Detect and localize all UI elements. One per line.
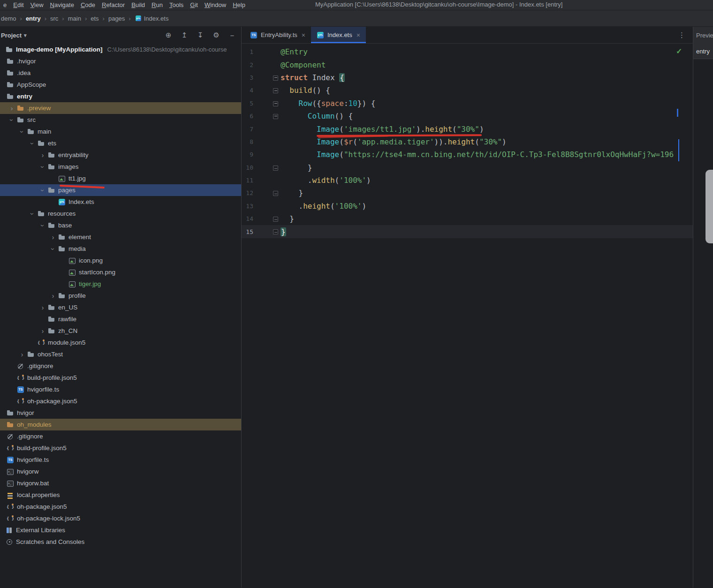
chevron-open-icon[interactable]: › (29, 209, 36, 219)
tree-item-local-properties[interactable]: local.properties (0, 489, 241, 501)
code-line-11[interactable]: 11 .width('100%') (242, 174, 693, 187)
tree-item-media[interactable]: ›media (0, 243, 241, 255)
menu-navigate[interactable]: Navigate (47, 1, 77, 8)
fold-marker-icon[interactable] (273, 110, 279, 122)
tree-item-image-demo-myapplication[interactable]: Image-demo [MyApplication]C:\Users\86138… (0, 44, 241, 55)
code-line-4[interactable]: 4 build() { (242, 84, 693, 97)
menu-view[interactable]: View (27, 1, 47, 8)
code-line-5[interactable]: 5 Row({space:10}) { (242, 97, 693, 110)
tree-item-build-profile-json5[interactable]: build-profile.json5 (0, 372, 241, 384)
tree-item-zh-cn[interactable]: ›zh_CN (0, 325, 241, 337)
line-number[interactable]: 5 (242, 100, 253, 107)
fold-marker-icon[interactable] (273, 71, 279, 84)
menu-git[interactable]: Git (187, 1, 201, 8)
tree-item-icon-png[interactable]: icon.png (0, 255, 241, 266)
line-number[interactable]: 3 (242, 74, 253, 81)
tree-item-preview[interactable]: ›.preview (0, 102, 241, 114)
tree-item-appscope[interactable]: AppScope (0, 79, 241, 90)
tree-item-oh-package-lock-json5[interactable]: oh-package-lock.json5 (0, 513, 241, 524)
menu-edit[interactable]: Edit (10, 1, 27, 8)
code-line-2[interactable]: 2@Component (242, 58, 693, 71)
code-line-10[interactable]: 10 } (242, 161, 693, 174)
breadcrumb-src[interactable]: src (50, 15, 58, 22)
chevron-closed-icon[interactable]: › (48, 293, 58, 299)
tree-item-entryability[interactable]: ›entryability (0, 149, 241, 161)
code-line-3[interactable]: 3struct Index { (242, 71, 693, 84)
line-number[interactable]: 6 (242, 113, 253, 120)
line-number[interactable]: 8 (242, 138, 253, 145)
code-line-9[interactable]: 9 Image("https://tse4-mm.cn.bing.net/th/… (242, 148, 693, 161)
line-number[interactable]: 11 (242, 177, 253, 184)
chevron-closed-icon[interactable]: › (17, 351, 27, 358)
hide-panel-icon[interactable]: − (228, 31, 236, 39)
tree-item-base[interactable]: ›base (0, 219, 241, 231)
more-options-icon[interactable]: ⋮ (671, 31, 693, 39)
chevron-open-icon[interactable]: › (39, 220, 46, 231)
code-line-15[interactable]: 15} (242, 225, 693, 238)
line-number[interactable]: 1 (242, 48, 253, 55)
fold-marker-icon[interactable] (273, 225, 279, 238)
menu-tools[interactable]: Tools (166, 1, 187, 8)
tree-item-starticon-png[interactable]: startIcon.png (0, 266, 241, 278)
tree-item-rawfile[interactable]: rawfile (0, 313, 241, 325)
collapse-all-icon[interactable]: ↥ (180, 31, 189, 39)
locate-file-icon[interactable]: ⊕ (164, 31, 173, 39)
tree-item-src[interactable]: ›src (0, 114, 241, 126)
menu-run[interactable]: Run (148, 1, 166, 8)
fold-marker-icon[interactable] (273, 187, 279, 199)
tree-item-element[interactable]: ›element (0, 231, 241, 243)
chevron-closed-icon[interactable]: › (38, 304, 48, 311)
menu-code[interactable]: Code (77, 1, 99, 8)
fold-marker-icon[interactable] (273, 212, 279, 225)
tree-item-entry[interactable]: entry (0, 90, 241, 102)
tree-item-idea[interactable]: .idea (0, 67, 241, 79)
tree-item-resources[interactable]: ›resources (0, 208, 241, 219)
breadcrumb-demo[interactable]: demo (1, 15, 16, 22)
chevron-open-icon[interactable]: › (19, 127, 25, 137)
tree-item-hvigorw[interactable]: hvigorw (0, 466, 241, 477)
close-icon[interactable]: × (302, 31, 305, 39)
tree-item-oh-modules[interactable]: oh_modules (0, 419, 241, 430)
breadcrumb-entry[interactable]: entry (26, 15, 41, 22)
line-number[interactable]: 4 (242, 87, 253, 94)
tree-item-oh-package-json5[interactable]: oh-package.json5 (0, 501, 241, 513)
chevron-open-icon[interactable]: › (39, 162, 46, 172)
tree-item-tt1-jpg[interactable]: tt1.jpg (0, 173, 241, 184)
breadcrumb-index-ets[interactable]: Index.ets (144, 15, 169, 22)
code-line-13[interactable]: 13 .height('100%') (242, 200, 693, 212)
tab-index-ets[interactable]: Index.ets× (311, 27, 366, 43)
tree-item-gitignore[interactable]: .gitignore (0, 430, 241, 442)
line-number[interactable]: 15 (242, 228, 253, 235)
tree-item-tiger-jpg[interactable]: tiger.jpg (0, 278, 241, 290)
code-line-14[interactable]: 14 } (242, 212, 693, 225)
tree-item-index-ets[interactable]: Index.ets (0, 196, 241, 208)
tree-item-hvigor[interactable]: hvigor (0, 407, 241, 419)
menu-build[interactable]: Build (128, 1, 148, 8)
menu-window[interactable]: Window (201, 1, 229, 8)
tree-item-scratches-and-consoles[interactable]: Scratches and Consoles (0, 536, 241, 548)
tree-item-ohostest[interactable]: ›ohosTest (0, 348, 241, 360)
code-line-7[interactable]: 7 Image('images/tt1.jpg').height("30%") (242, 122, 693, 135)
code-line-6[interactable]: 6 Column() { (242, 110, 693, 122)
line-number[interactable]: 10 (242, 164, 253, 171)
settings-icon[interactable]: ⚙ (212, 31, 220, 39)
line-number[interactable]: 14 (242, 215, 253, 222)
chevron-open-icon[interactable]: › (50, 244, 56, 254)
chevron-closed-icon[interactable]: › (7, 105, 17, 112)
code-editor[interactable]: 1@Entry2@Component3struct Index {4 build… (242, 44, 693, 588)
fold-marker-icon[interactable] (273, 97, 279, 110)
menu-help[interactable]: Help (229, 1, 249, 8)
line-number[interactable]: 2 (242, 61, 253, 68)
menu-e[interactable]: e (0, 1, 10, 8)
tree-item-hvigorfile-ts[interactable]: hvigorfile.ts (0, 384, 241, 395)
chevron-closed-icon[interactable]: › (38, 152, 48, 158)
tree-item-ets[interactable]: ›ets (0, 137, 241, 149)
breadcrumb-pages[interactable]: pages (108, 15, 125, 22)
breadcrumb-main[interactable]: main (68, 15, 81, 22)
line-number[interactable]: 13 (242, 203, 253, 210)
previewer-tab-entry[interactable]: entry (693, 44, 713, 59)
breadcrumb-ets[interactable]: ets (91, 15, 99, 22)
tree-item-profile[interactable]: ›profile (0, 290, 241, 302)
fold-marker-icon[interactable] (273, 84, 279, 97)
tree-item-hvigorfile-ts[interactable]: hvigorfile.ts (0, 454, 241, 466)
